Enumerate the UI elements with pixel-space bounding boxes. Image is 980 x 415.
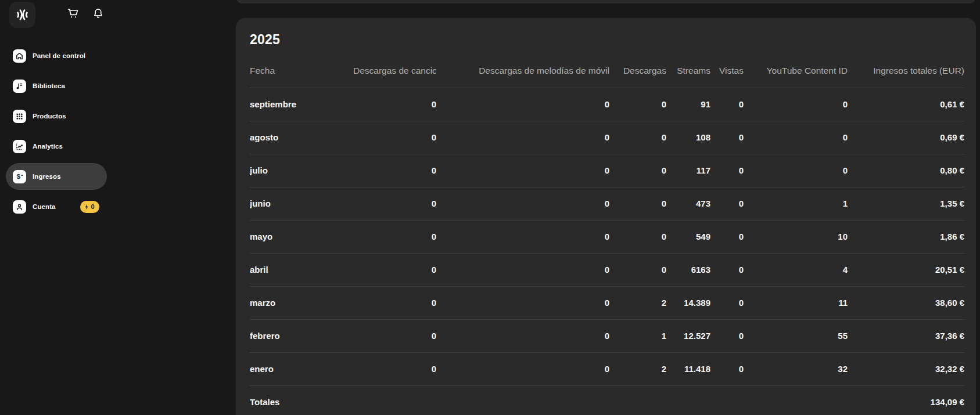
value-cell: 0 xyxy=(353,319,436,352)
table-row: abril00061630420,51 € xyxy=(250,253,964,286)
column-header: Streams xyxy=(666,55,710,88)
month-cell: agosto xyxy=(250,121,353,154)
sidebar-item-cuenta[interactable]: Cuenta0 xyxy=(6,193,107,220)
value-cell: 4 xyxy=(744,253,848,286)
value-cell: 0 xyxy=(353,352,436,385)
value-cell: 20,51 € xyxy=(848,253,964,286)
value-cell: 0 xyxy=(744,121,848,154)
month-cell: septiembre xyxy=(250,88,353,121)
month-cell: abril xyxy=(250,253,353,286)
table-row: julio000117000,80 € xyxy=(250,154,964,187)
sidebar-item-analytics[interactable]: Analytics xyxy=(6,133,107,160)
month-cell: julio xyxy=(250,154,353,187)
value-cell: 0 xyxy=(353,286,436,319)
value-cell: 0 xyxy=(609,187,666,220)
value-cell: 0 xyxy=(710,352,744,385)
app-logo[interactable] xyxy=(9,2,35,28)
value-cell: 0 xyxy=(609,88,666,121)
sidebar-item-label: Panel de control xyxy=(33,52,85,59)
month-cell: mayo xyxy=(250,220,353,253)
sidebar-item-productos[interactable]: Productos xyxy=(6,103,107,129)
sidebar-item-label: Productos xyxy=(33,113,66,120)
value-cell: 12.527 xyxy=(666,319,710,352)
value-cell: 0 xyxy=(353,253,436,286)
cart-icon[interactable] xyxy=(66,6,81,21)
value-cell: 2 xyxy=(609,352,666,385)
column-header: YouTube Content ID xyxy=(744,55,848,88)
value-cell: 0 xyxy=(609,121,666,154)
grid-icon xyxy=(13,110,26,123)
value-cell: 0 xyxy=(436,187,609,220)
value-cell: 0 xyxy=(353,220,436,253)
value-cell: 11 xyxy=(744,286,848,319)
lightning-icon xyxy=(84,203,90,211)
value-cell: 32 xyxy=(744,352,848,385)
month-cell: marzo xyxy=(250,286,353,319)
table-row: junio000473011,35 € xyxy=(250,187,964,220)
table-row: agosto000108000,69 € xyxy=(250,121,964,154)
value-cell: 0 xyxy=(744,88,848,121)
value-cell: 0 xyxy=(436,286,609,319)
sidebar-item-label: Analytics xyxy=(33,143,63,150)
value-cell: 10 xyxy=(744,220,848,253)
hyped-count-badge: 0 xyxy=(80,201,99,213)
home-icon xyxy=(13,49,26,63)
month-cell: febrero xyxy=(250,319,353,352)
notifications-bell-icon[interactable] xyxy=(91,6,106,21)
value-cell: 108 xyxy=(666,121,710,154)
column-header: Fecha xyxy=(250,55,353,88)
table-row: febrero00112.52705537,36 € xyxy=(250,319,964,352)
value-cell: 2 xyxy=(609,286,666,319)
value-cell: 55 xyxy=(744,319,848,352)
value-cell: 0 xyxy=(710,253,744,286)
chart-icon xyxy=(13,140,26,153)
totals-label: Totales xyxy=(250,385,353,415)
value-cell: 0,69 € xyxy=(848,121,964,154)
value-cell: 0 xyxy=(710,220,744,253)
value-cell: 0 xyxy=(353,88,436,121)
sidebar-item-panel[interactable]: Panel de control xyxy=(6,42,107,69)
empty-cell xyxy=(666,385,710,415)
value-cell: 91 xyxy=(666,88,710,121)
table-row: mayo0005490101,86 € xyxy=(250,220,964,253)
value-cell: 6163 xyxy=(666,253,710,286)
empty-cell xyxy=(744,385,848,415)
value-cell: 0 xyxy=(744,154,848,187)
previous-card-bottom-edge xyxy=(236,0,976,3)
column-header: Ingresos totales (EUR) xyxy=(848,55,964,88)
value-cell: 0 xyxy=(353,121,436,154)
value-cell: 0 xyxy=(436,121,609,154)
value-cell: 38,60 € xyxy=(848,286,964,319)
sidebar-item-label: Cuenta xyxy=(33,203,56,210)
value-cell: 32,32 € xyxy=(848,352,964,385)
value-cell: 0 xyxy=(436,319,609,352)
value-cell: 0 xyxy=(710,286,744,319)
revenue-table: FechaDescargas de cancionesDescargas de … xyxy=(250,55,964,415)
empty-cell xyxy=(436,385,609,415)
table-row: marzo00214.38901138,60 € xyxy=(250,286,964,319)
value-cell: 0 xyxy=(436,253,609,286)
sidebar-item-label: Ingresos xyxy=(33,173,61,180)
sidebar-item-biblioteca[interactable]: Biblioteca xyxy=(6,73,107,99)
table-header-row: FechaDescargas de cancionesDescargas de … xyxy=(250,55,964,88)
badge-count: 0 xyxy=(91,203,95,210)
value-cell: 0 xyxy=(609,253,666,286)
value-cell: 0 xyxy=(710,121,744,154)
sidebar-item-ingresos[interactable]: $Ingresos xyxy=(6,163,107,190)
value-cell: 37,36 € xyxy=(848,319,964,352)
soundwave-logo-icon xyxy=(15,7,30,23)
value-cell: 0 xyxy=(710,187,744,220)
value-cell: 0 xyxy=(436,154,609,187)
value-cell: 1,86 € xyxy=(848,220,964,253)
sidebar-nav: Panel de controlBibliotecaProductosAnaly… xyxy=(6,42,107,223)
value-cell: 0 xyxy=(436,352,609,385)
column-header: Descargas de melodías de móvil xyxy=(436,55,609,88)
value-cell: 0 xyxy=(353,187,436,220)
value-cell: 0 xyxy=(710,319,744,352)
revenue-year-card: 2025 FechaDescargas de cancionesDescarga… xyxy=(236,18,976,415)
value-cell: 0 xyxy=(609,154,666,187)
svg-text:$: $ xyxy=(16,173,20,180)
value-cell: 117 xyxy=(666,154,710,187)
sidebar-item-label: Biblioteca xyxy=(33,82,65,89)
totals-row: Totales134,09 € xyxy=(250,385,964,415)
